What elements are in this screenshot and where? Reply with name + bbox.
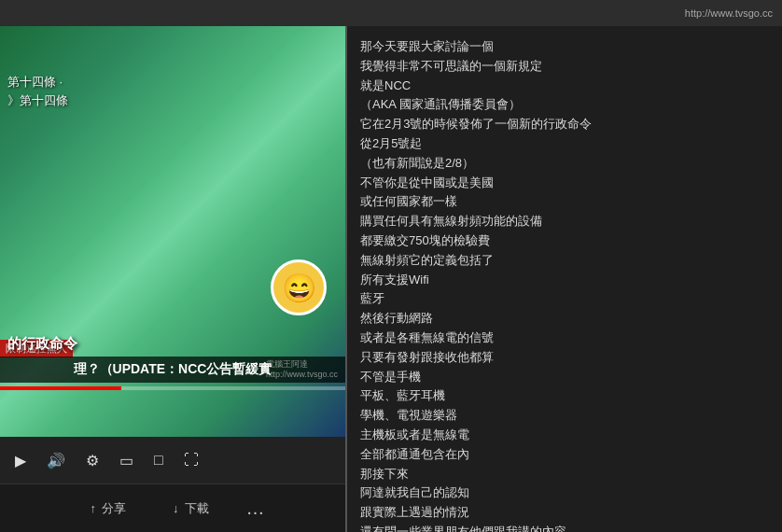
list-item: （也有新聞說是2/8） — [360, 154, 769, 174]
list-item: 然後行動網路 — [360, 309, 769, 329]
avatar: 😄 — [271, 259, 327, 315]
list-item: 只要有發射跟接收他都算 — [360, 348, 769, 368]
list-item: 跟實際上遇過的情況 — [360, 503, 769, 523]
settings-button[interactable]: ⚙ — [82, 448, 103, 473]
list-item: 藍牙 — [360, 289, 769, 309]
square-button-1[interactable]: ▭ — [116, 448, 137, 473]
text-panel[interactable]: 那今天要跟大家討論一個我覺得非常不可思議的一個新規定就是NCC（AKA 國家通訊… — [345, 26, 782, 532]
download-icon: ↓ — [173, 501, 179, 515]
list-item: 我覺得非常不可思議的一個新規定 — [360, 57, 769, 77]
progress-bar-fill — [0, 386, 121, 390]
top-bar: http://www.tvsgo.cc — [0, 0, 782, 26]
list-item: 那今天要跟大家討論一個 — [360, 37, 769, 57]
watermark-line2: http://www.tvsgo.cc — [266, 370, 338, 381]
download-label: 下載 — [185, 500, 209, 517]
video-area[interactable]: 第十四條 · 》第十四條 😄 限制遙控無人 的行政命令 理？（UPDATE：NC… — [0, 26, 345, 437]
overlay-line-1: 第十四條 · — [7, 73, 68, 91]
list-item: 全部都通通包含在內 — [360, 445, 769, 465]
video-panel: 第十四條 · 》第十四條 😄 限制遙控無人 的行政命令 理？（UPDATE：NC… — [0, 26, 345, 532]
main-content: 第十四條 · 》第十四條 😄 限制遙控無人 的行政命令 理？（UPDATE：NC… — [0, 26, 782, 532]
action-bar: ↑ 分享 ↓ 下載 … — [0, 483, 345, 532]
list-item: 阿達就我自己的認知 — [360, 483, 769, 503]
list-item: 或者是各種無線電的信號 — [360, 329, 769, 348]
list-item: 購買任何具有無線射頻功能的設備 — [360, 212, 769, 231]
url-bar: http://www.tvsgo.cc — [685, 7, 773, 19]
list-item: 所有支援Wifi — [360, 271, 769, 290]
video-side-text: 第十四條 · 》第十四條 — [7, 73, 68, 109]
list-item: 那接下來 — [360, 465, 769, 484]
list-item: （AKA 國家通訊傳播委員會） — [360, 95, 769, 115]
video-controls-bar: ▶ 🔊 ⚙ ▭ □ ⛶ — [0, 437, 345, 483]
list-item: 平板、藍牙耳機 — [360, 386, 769, 406]
play-button[interactable]: ▶ — [11, 448, 30, 473]
list-item: 學機、電視遊樂器 — [360, 406, 769, 426]
admin-command-text: 的行政命令 — [7, 335, 77, 353]
share-label: 分享 — [102, 500, 126, 517]
list-item: 或任何國家都一樣 — [360, 192, 769, 212]
list-item: 都要繳交750塊的檢驗費 — [360, 231, 769, 251]
list-item: 就是NCC — [360, 77, 769, 96]
download-button[interactable]: ↓ 下載 — [163, 495, 218, 523]
list-item: 從2月5號起 — [360, 134, 769, 154]
fullscreen-button[interactable]: ⛶ — [180, 448, 202, 472]
square-button-2[interactable]: □ — [150, 448, 167, 472]
watermark: 電腦王阿達 http://www.tvsgo.cc — [266, 359, 338, 381]
more-button[interactable]: … — [246, 497, 265, 519]
share-button[interactable]: ↑ 分享 — [81, 495, 136, 523]
share-icon: ↑ — [91, 501, 97, 515]
list-item: 不管是手機 — [360, 368, 769, 387]
list-item: 它在2月3號的時候發佈了一個新的行政命令 — [360, 115, 769, 134]
progress-bar-container[interactable] — [0, 386, 345, 390]
list-item: 不管你是從中國或是美國 — [360, 174, 769, 193]
watermark-line1: 電腦王阿達 — [266, 359, 338, 371]
overlay-line-2: 》第十四條 — [7, 91, 68, 110]
audio-button[interactable]: 🔊 — [43, 448, 69, 473]
list-item: 還有問一些業界朋友他們跟我講的內容 — [360, 523, 769, 532]
list-item: 無線射頻它的定義包括了 — [360, 251, 769, 271]
list-item: 主機板或者是無線電 — [360, 426, 769, 445]
